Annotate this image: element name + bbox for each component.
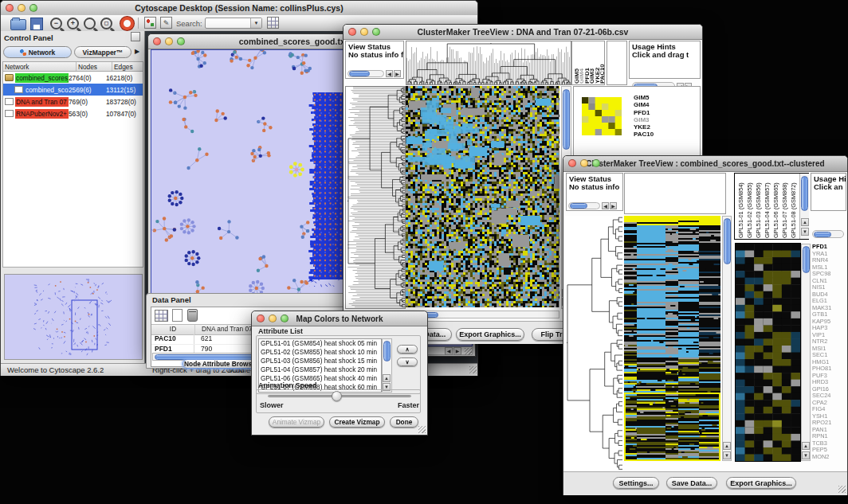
close-icon[interactable] [153,37,161,45]
done-button[interactable]: Done [390,416,418,428]
scroll-thumb[interactable] [724,218,731,264]
dialog-resize-grip[interactable] [418,426,426,433]
network-tree-row[interactable]: RNAPuberNov2+563(0)107847(0) [3,107,143,119]
scroll-right-icon[interactable]: ▶ [610,202,617,209]
zoom-window-icon[interactable] [372,28,380,36]
attribute-list-item[interactable]: GPL51-02 (GSM855) heat shock 10 min [259,348,381,357]
scroll-up-icon[interactable]: ▲ [383,374,391,382]
open-file-icon[interactable] [10,19,26,30]
treeview1-title-bar[interactable]: ClusterMaker TreeView : DNA and Tran 07-… [344,25,702,40]
scroll-down-icon[interactable]: ▼ [723,451,731,459]
tv2-zoom-scrollbar[interactable]: ▲ ▼ [801,244,811,461]
tv1-correlation-matrix[interactable] [582,97,622,135]
move-down-button[interactable]: ∨ [397,357,418,366]
id-column-header[interactable]: ID [151,325,195,334]
close-icon[interactable] [568,159,576,167]
delete-attribute-icon[interactable] [187,309,198,322]
tv1-status-scrollbar[interactable] [347,70,384,77]
scroll-thumb[interactable] [563,89,570,150]
attribute-editor-icon[interactable] [267,17,279,29]
zoom-fit-icon[interactable] [84,18,96,29]
close-icon[interactable] [257,315,265,322]
scroll-thumb[interactable] [801,176,808,211]
minimize-icon[interactable] [269,315,277,322]
scroll-down-icon[interactable]: ▼ [801,228,809,236]
minimize-icon[interactable] [18,4,26,12]
table-mode-icon[interactable] [155,310,168,322]
tv2-usage-scrollbar[interactable] [812,230,844,238]
tv1-row-dendrogram[interactable] [345,86,406,309]
search-dropdown-icon[interactable]: ▼ [250,18,261,28]
minimize-icon[interactable] [165,37,173,45]
save-data-button[interactable]: Save Data... [666,477,717,489]
zoom-window-icon[interactable] [592,159,600,167]
treeview2-title-bar[interactable]: ClusterMaker TreeView : combined_scores_… [563,156,847,172]
scroll-left-icon[interactable]: ◀ [445,347,453,355]
tv1-column-dendrogram[interactable] [406,41,571,85]
zoom-selected-icon[interactable]: ▢ [100,18,112,29]
scroll-thumb[interactable] [383,341,391,361]
tv1-h-scrollbar[interactable] [406,311,559,318]
minimize-icon[interactable] [360,28,368,36]
annotation-icon[interactable]: ✎ [160,17,172,29]
minimize-icon[interactable] [580,159,588,167]
scroll-right-icon[interactable]: ▶ [453,347,461,355]
vizmapper-shortcut-icon[interactable] [144,17,156,29]
save-session-icon[interactable] [30,18,43,30]
tv2-resize-grip[interactable] [838,486,846,493]
tv1-heatmap[interactable] [406,86,559,307]
tab-network[interactable]: Network [3,46,72,58]
close-icon[interactable] [6,4,14,12]
move-up-button[interactable]: ∧ [397,345,418,354]
speed-slider-thumb[interactable] [332,391,342,401]
scroll-left-icon[interactable]: ◀ [386,70,393,77]
network-tree-row[interactable]: combined_scores_2764(0)16218(0) [3,72,143,84]
tv2-heatmap[interactable] [624,216,720,461]
attribute-list-item[interactable]: GPL51-04 (GSM857) heat shock 20 min [259,365,381,374]
attribute-list-item[interactable]: GPL51-01 (GSM854) heat shock 05 min [259,339,381,348]
scroll-left-icon[interactable]: ◀ [602,202,609,209]
network-overview-thumbnail[interactable] [4,274,143,360]
tv2-labels-scrollbar[interactable]: ▲ ▼ [799,174,809,239]
export-graphics-button[interactable]: Export Graphics... [726,477,796,489]
scroll-thumb[interactable] [814,232,831,237]
main-title-bar[interactable]: Cytoscape Desktop (Session Name: collins… [1,1,477,16]
help-lifering-icon[interactable] [120,17,134,30]
scroll-thumb[interactable] [349,71,370,76]
tv2-array-tree-area[interactable] [624,173,726,214]
zoom-out-icon[interactable]: − [50,18,62,29]
zoom-window-icon[interactable] [177,37,185,45]
animate-vizmap-button[interactable]: Animate Vizmap [269,416,324,428]
tv2-v-scrollbar[interactable]: ▲ ▼ [722,216,732,461]
attribute-list-item[interactable]: GPL51-03 (GSM856) heat shock 15 min [259,357,381,365]
network-tree-row[interactable]: combined_sco2569(6)13112(15) [3,84,143,96]
zoom-window-icon[interactable] [281,315,289,322]
col-nodes[interactable]: Nodes [77,62,112,71]
scroll-up-icon[interactable]: ▲ [802,442,810,450]
scroll-down-icon[interactable]: ▼ [802,451,810,459]
tab-vizmapper[interactable]: VizMapper™ [74,46,132,58]
settings-button[interactable]: Settings... [613,477,659,489]
scroll-right-icon[interactable]: ▶ [394,70,401,77]
scroll-thumb[interactable] [803,246,810,273]
new-attribute-icon[interactable] [172,309,183,322]
float-panel-icon[interactable] [131,32,140,41]
tv2-status-scrollbar[interactable] [568,202,600,209]
attribute-list-scrollbar[interactable]: ▲ ▼ [382,338,392,393]
col-edges[interactable]: Edges [112,62,143,71]
col-network[interactable]: Network [3,62,77,71]
tv2-zoom-heatmap[interactable] [736,244,800,461]
zoom-in-icon[interactable]: + [67,18,79,29]
zoom-window-icon[interactable] [29,4,37,12]
scroll-up-icon[interactable]: ▲ [723,442,731,450]
dialog-title-bar[interactable]: Map Colors to Network [252,311,427,326]
close-icon[interactable] [348,28,356,36]
tv2-row-dendrogram[interactable] [565,216,622,471]
network-resize-grip[interactable] [465,348,472,355]
create-vizmap-button[interactable]: Create Vizmap [329,416,385,428]
node-attribute-browser-button[interactable]: Node Attribute Browser [183,359,260,369]
scroll-up-icon[interactable]: ▲ [801,218,809,226]
tab-overflow-arrow[interactable]: ▶ [135,48,139,55]
main-resize-grip[interactable] [469,366,477,373]
scroll-thumb[interactable] [570,203,587,209]
